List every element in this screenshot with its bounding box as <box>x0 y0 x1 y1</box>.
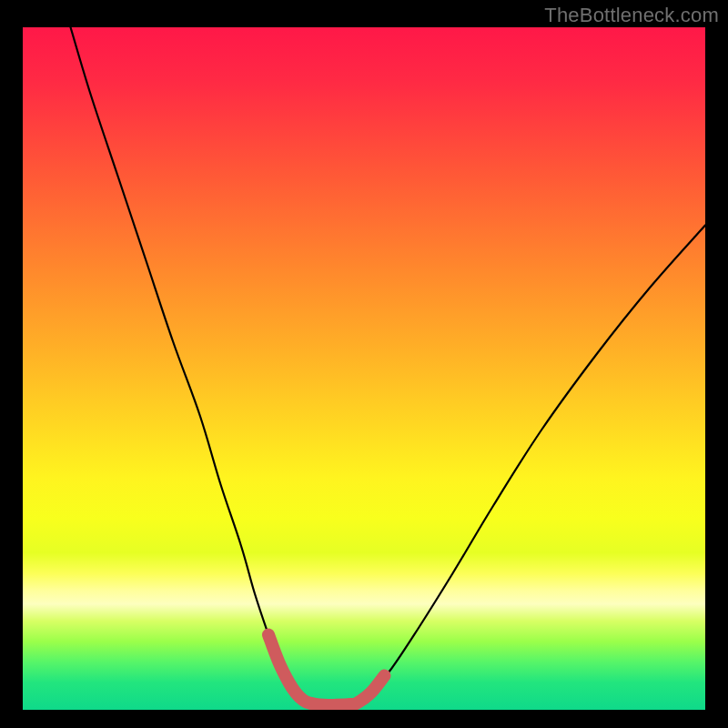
watermark-text: TheBottleneck.com <box>544 4 719 27</box>
valley-highlight <box>268 635 385 706</box>
chart-frame: TheBottleneck.com <box>0 0 728 728</box>
plot-area <box>23 27 705 710</box>
bottleneck-curve <box>71 27 706 705</box>
curve-layer <box>23 27 705 710</box>
